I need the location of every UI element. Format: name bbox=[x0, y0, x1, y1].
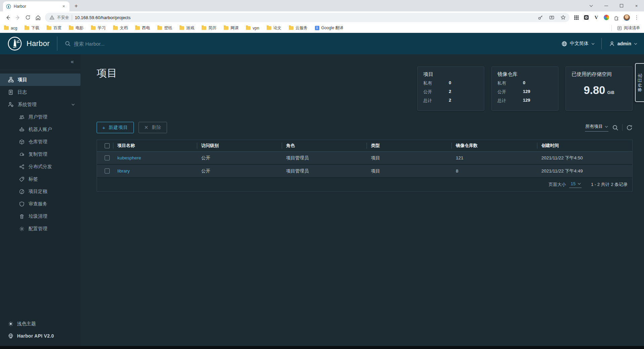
home-button[interactable] bbox=[33, 12, 43, 22]
bookmark-item[interactable]: 论文 bbox=[267, 25, 281, 31]
storage-card: 已使用的存储空间 9.80GiB bbox=[566, 66, 633, 111]
new-project-button[interactable]: +新建项目 bbox=[97, 122, 134, 133]
share-icon[interactable] bbox=[547, 13, 556, 22]
forward-button[interactable] bbox=[13, 12, 23, 22]
project-filter-dropdown[interactable]: 所有项目 bbox=[585, 123, 608, 132]
theme-toggle[interactable]: 浅色主题 bbox=[0, 318, 80, 330]
extension-camera-icon[interactable] bbox=[582, 13, 591, 22]
sidebar-item-configuration[interactable]: 配置管理 bbox=[0, 222, 80, 235]
collapse-sidebar-icon[interactable]: « bbox=[71, 59, 74, 64]
table-header: 项目名称 访问级别 角色 类型 镜像仓库数 创建时间 bbox=[97, 140, 632, 152]
users-icon bbox=[19, 114, 24, 120]
bookmark-item[interactable]: 壁纸 bbox=[157, 25, 172, 31]
bookmark-item[interactable]: 学习 bbox=[91, 25, 106, 31]
bookmark-item[interactable]: vpn bbox=[246, 26, 259, 31]
reload-button[interactable] bbox=[23, 12, 33, 22]
storage-unit: GiB bbox=[607, 90, 614, 95]
page-title: 项目 bbox=[97, 66, 117, 80]
close-window-button[interactable]: × bbox=[629, 0, 644, 11]
bookmark-item[interactable]: 西电 bbox=[135, 25, 150, 31]
column-header-type[interactable]: 类型 bbox=[367, 140, 451, 151]
sidebar-item-replications[interactable]: 复制管理 bbox=[0, 148, 80, 160]
project-link[interactable]: library bbox=[113, 168, 197, 173]
column-header-role[interactable]: 角色 bbox=[282, 140, 367, 151]
column-header-name[interactable]: 项目名称 bbox=[113, 140, 197, 151]
summary-cards: 项目 私有0 公开2 总计2 镜像仓库 私有0 公开129 总计129 已使用的… bbox=[417, 66, 633, 111]
new-tab-button[interactable]: + bbox=[72, 2, 80, 10]
project-link[interactable]: kubesphere bbox=[113, 155, 197, 160]
sidebar-item-robot-accounts[interactable]: 机器人账户 bbox=[0, 123, 80, 136]
table-footer: 页面大小 15 1 - 2 共计 2 条记录 bbox=[97, 178, 632, 191]
table-search-icon[interactable] bbox=[612, 124, 619, 131]
bookmark-item[interactable]: 游戏 bbox=[179, 25, 194, 31]
sidebar-item-registries[interactable]: 仓库管理 bbox=[0, 136, 80, 148]
tab-close-icon[interactable]: × bbox=[61, 4, 66, 9]
folder-icon bbox=[47, 26, 51, 30]
harbor-logo[interactable] bbox=[7, 36, 22, 51]
refresh-icon[interactable] bbox=[626, 124, 633, 131]
plus-icon: + bbox=[102, 125, 106, 131]
sidebar-item-project-quotas[interactable]: 项目定额 bbox=[0, 185, 80, 198]
user-label: admin bbox=[618, 41, 631, 46]
password-key-icon[interactable] bbox=[536, 13, 545, 22]
sidebar-item-administration[interactable]: 系统管理 bbox=[0, 98, 80, 111]
sidebar-item-distributions[interactable]: 分布式分发 bbox=[0, 160, 80, 173]
language-selector[interactable]: 中文简体 bbox=[561, 41, 594, 47]
bookmark-item[interactable]: 网课 bbox=[224, 25, 238, 31]
sidebar-item-interrogation-services[interactable]: 审查服务 bbox=[0, 198, 80, 210]
page-size-select[interactable]: 15 bbox=[569, 181, 581, 188]
harbor-app: Harbor 中文简体 admin « bbox=[0, 33, 644, 346]
menu-kebab-icon[interactable]: ⋮ bbox=[632, 13, 641, 22]
back-button[interactable] bbox=[3, 12, 13, 22]
sidebar: « 项目 日志 系统管理 用户管理 bbox=[0, 54, 80, 346]
search-input[interactable] bbox=[74, 41, 235, 47]
bookmark-item[interactable]: acg bbox=[4, 26, 17, 31]
table-row[interactable]: kubesphere 公开 项目管理员 项目 121 2021/11/22 下午… bbox=[97, 152, 632, 165]
chevron-down-icon bbox=[72, 103, 74, 105]
profile-avatar[interactable] bbox=[622, 13, 631, 22]
minimize-button[interactable] bbox=[599, 0, 614, 11]
extension-bento-icon[interactable] bbox=[572, 13, 581, 22]
sidebar-item-users[interactable]: 用户管理 bbox=[0, 111, 80, 123]
column-header-access[interactable]: 访问级别 bbox=[197, 140, 282, 151]
api-link[interactable]: Harbor API V2.0 bbox=[0, 330, 80, 342]
extension-v-icon[interactable]: V bbox=[592, 13, 601, 22]
bookmark-item[interactable]: 百度 bbox=[47, 25, 61, 31]
sidebar-item-garbage-collection[interactable]: 垃圾清理 bbox=[0, 210, 80, 222]
extensions-puzzle-icon[interactable] bbox=[612, 13, 621, 22]
event-log-flap[interactable]: 事件日志 bbox=[635, 63, 644, 102]
delete-button[interactable]: ✕删除 bbox=[139, 122, 167, 133]
address-bar[interactable]: 不安全 10.168.59.60/harbor/projects bbox=[45, 13, 570, 22]
bookmark-item-google-translate[interactable]: 文Google 翻译 bbox=[315, 25, 343, 31]
sidebar-item-projects[interactable]: 项目 bbox=[0, 73, 80, 86]
pagination-range: 1 - 2 共计 2 条记录 bbox=[591, 182, 628, 188]
robot-icon bbox=[19, 127, 24, 132]
extensions-row: V ⋮ bbox=[572, 13, 641, 22]
row-checkbox[interactable] bbox=[105, 168, 110, 173]
tab-search-chevron-icon[interactable] bbox=[584, 0, 599, 11]
extension-colorwheel-icon[interactable] bbox=[602, 13, 611, 22]
user-menu[interactable]: admin bbox=[609, 41, 637, 47]
row-checkbox[interactable] bbox=[105, 155, 110, 160]
sidebar-item-logs[interactable]: 日志 bbox=[0, 86, 80, 98]
bookmarks-bar: acg 下载 百度 电影 学习 文档 西电 壁纸 游戏 简历 网课 vpn 论文… bbox=[0, 23, 644, 33]
column-header-created[interactable]: 创建时间 bbox=[537, 140, 632, 151]
folder-icon bbox=[24, 26, 29, 30]
select-all-checkbox[interactable] bbox=[105, 143, 110, 148]
bookmark-item[interactable]: 文档 bbox=[113, 25, 128, 31]
column-header-repo-count[interactable]: 镜像仓库数 bbox=[451, 140, 537, 151]
header-divider bbox=[57, 37, 57, 51]
reading-list-button[interactable]: 阅读清单 bbox=[611, 25, 640, 31]
bookmark-star-icon[interactable] bbox=[559, 13, 568, 22]
bookmark-item[interactable]: 简历 bbox=[202, 25, 216, 31]
folder-icon bbox=[91, 26, 96, 30]
browser-tab-strip: Harbor × + × bbox=[0, 0, 644, 11]
bookmark-item[interactable]: 云服务 bbox=[289, 25, 308, 31]
bookmark-item[interactable]: 下载 bbox=[24, 25, 39, 31]
maximize-button[interactable] bbox=[614, 0, 629, 11]
sidebar-item-labels[interactable]: 标签 bbox=[0, 173, 80, 185]
folder-icon bbox=[179, 26, 184, 30]
table-row[interactable]: library 公开 项目管理员 项目 8 2021/11/22 下午4:49 bbox=[97, 165, 632, 178]
bookmark-item[interactable]: 电影 bbox=[69, 25, 84, 31]
browser-tab[interactable]: Harbor × bbox=[3, 1, 69, 11]
